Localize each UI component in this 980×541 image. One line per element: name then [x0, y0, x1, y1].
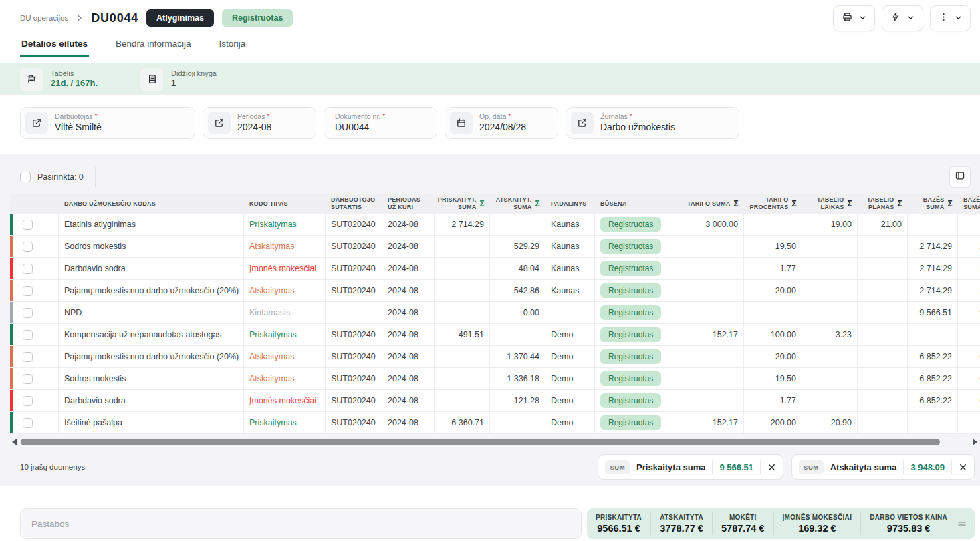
cell-bazes_suma: 2 714.29: [908, 280, 958, 301]
table-row[interactable]: NPDKintamasis2024-080.00Registruotas9 56…: [10, 302, 980, 324]
divider: [712, 460, 713, 474]
row-status-badge[interactable]: Registruotas: [600, 393, 661, 408]
cell-tab_planas: [858, 390, 908, 411]
totals-panel: PRISKAITYTA 9566.51 €ATSKAITYTA 3778.77 …: [587, 508, 975, 539]
sum-sigma-icon[interactable]: Σ: [848, 199, 852, 208]
row-status-badge[interactable]: Registruotas: [600, 327, 661, 342]
scrollbar-thumb[interactable]: [21, 439, 940, 445]
table-row[interactable]: Darbdavio sodraĮmonės mokesčiaiSUT020240…: [10, 390, 980, 412]
infobar-item-0[interactable]: Tabelis 21d. / 167h.: [20, 68, 98, 91]
scroll-left-arrow-icon[interactable]: [12, 439, 17, 445]
row-status-badge[interactable]: Registruotas: [600, 239, 661, 254]
field-0[interactable]: Darbuotojas * Viltė Smiltė: [20, 107, 195, 139]
column-header-busena[interactable]: BŪSENA: [595, 194, 675, 214]
cell-periodas: 2024-08: [382, 412, 435, 433]
row-checkbox[interactable]: [23, 242, 33, 252]
actions-button[interactable]: [882, 5, 923, 31]
more-button[interactable]: [930, 5, 971, 31]
sum-sigma-icon[interactable]: Σ: [734, 199, 739, 208]
row-checkbox[interactable]: [23, 418, 33, 428]
cell-periodas: 2024-08: [382, 258, 435, 279]
scrollbar-track[interactable]: [21, 439, 969, 445]
scroll-right-arrow-icon[interactable]: [973, 439, 977, 445]
column-settings-button[interactable]: [949, 166, 971, 188]
row-status-badge[interactable]: Registruotas: [600, 415, 661, 430]
table-row[interactable]: Pajamų mokestis nuo darbo užmokesčio (20…: [10, 280, 980, 302]
field-2[interactable]: Dokumento nr. * DU0044: [324, 107, 437, 139]
table-row[interactable]: Sodros mokestisAtskaitymasSUT0202402024-…: [10, 236, 980, 258]
field-1[interactable]: Periodas * 2024-08: [203, 107, 316, 139]
field-3[interactable]: Op. data * 2024/08/28: [445, 107, 558, 139]
tab-1[interactable]: Bendra informacija: [114, 33, 193, 57]
cell-tab_planas: [858, 346, 908, 367]
row-status-badge[interactable]: Registruotas: [600, 217, 661, 232]
external-link-icon: [208, 112, 231, 134]
row-checkbox[interactable]: [23, 264, 33, 274]
row-status-badge[interactable]: Registruotas: [600, 283, 661, 298]
notes-input[interactable]: [20, 508, 582, 539]
chip-value: 9 566.51: [719, 462, 753, 472]
row-checkbox[interactable]: [23, 352, 33, 362]
cell-atskaityta: [490, 412, 545, 433]
cell-bazes_suma: 9 566.51: [908, 302, 958, 323]
column-header-padalinys[interactable]: PADALINYS: [545, 194, 595, 214]
cell-atskaityta: 1 370.44: [490, 346, 545, 367]
row-status-badge[interactable]: Registruotas: [600, 349, 661, 364]
column-header-tab_laikas[interactable]: TABELIO LAIKASΣ: [802, 194, 858, 214]
sum-sigma-icon[interactable]: Σ: [480, 199, 485, 208]
cell-sutartis: SUT020240: [326, 346, 382, 367]
cell-tarifo_suma: [675, 368, 744, 389]
breadcrumb[interactable]: DU operacijos: [20, 14, 68, 22]
row-checkbox[interactable]: [23, 308, 33, 318]
tab-2[interactable]: Istorija: [218, 33, 247, 57]
column-header-tab_planas[interactable]: TABELIO PLANASΣ: [858, 194, 908, 214]
sum-sigma-icon[interactable]: Σ: [948, 199, 953, 208]
status-badge: Registruotas: [222, 9, 293, 27]
menu-icon[interactable]: [956, 519, 968, 528]
sum-sigma-icon[interactable]: Σ: [535, 199, 540, 208]
cell-busena: Registruotas: [595, 324, 675, 345]
row-status-badge[interactable]: Registruotas: [600, 261, 661, 276]
sum-sigma-icon[interactable]: Σ: [792, 199, 797, 208]
tab-0[interactable]: Detalios eilutės: [20, 33, 89, 57]
column-header-priskaityta[interactable]: PRISKAITYT. SUMAΣ: [435, 194, 490, 214]
column-header-tarifo_suma[interactable]: TARIFO SUMAΣ: [675, 194, 744, 214]
row-checkbox[interactable]: [23, 220, 33, 230]
table-row[interactable]: Sodros mokestisAtskaitymasSUT0202402024-…: [10, 368, 980, 390]
select-all-checkbox[interactable]: [20, 172, 31, 182]
field-4[interactable]: Žurnalas * Darbo užmokestis: [566, 107, 739, 139]
cell-busena: Registruotas: [595, 280, 675, 301]
row-checkbox[interactable]: [23, 396, 33, 406]
column-header-atskaityta[interactable]: ATSKAITYT. SUMAΣ: [490, 194, 545, 214]
column-header-bazes_bruto[interactable]: BAZĖS BRUTO SUMA: [958, 194, 980, 214]
row-status-badge[interactable]: Registruotas: [600, 371, 661, 386]
column-header-periodas[interactable]: PERIODAS UŽ KURĮ: [382, 194, 435, 214]
row-checkbox[interactable]: [23, 374, 33, 384]
close-icon[interactable]: [959, 463, 967, 472]
column-header-kodas[interactable]: DARBO UŽMOKESČIO KODAS: [59, 194, 244, 214]
table-row[interactable]: Išeitinė pašalpaPriskaitymasSUT020240202…: [10, 412, 980, 434]
print-button[interactable]: [833, 5, 875, 31]
column-header-tipas[interactable]: KODO TIPAS: [244, 194, 326, 214]
table-row[interactable]: Pajamų mokestis nuo darbo užmokesčio (20…: [10, 346, 980, 368]
sum-sigma-icon[interactable]: Σ: [898, 199, 902, 208]
infobar-item-1[interactable]: Didžioji knyga 1: [140, 68, 217, 91]
row-checkbox[interactable]: [23, 330, 33, 340]
cell-tab_laikas: [802, 346, 858, 367]
cell-tarifo_proc: 1.77: [744, 258, 802, 279]
column-header-bazes_suma[interactable]: BAZĖS SUMAΣ: [908, 194, 958, 214]
column-header-sutartis[interactable]: DARBUOTOJO SUTARTIS: [326, 194, 382, 214]
column-header-tarifo_proc[interactable]: TARIFO PROCENTASΣ: [744, 194, 802, 214]
cell-tarifo_suma: [675, 390, 744, 411]
cell-bazes_suma: 2 714.29: [908, 236, 958, 257]
table-row[interactable]: Darbdavio sodraĮmonės mokesčiaiSUT020240…: [10, 258, 980, 280]
row-status-badge[interactable]: Registruotas: [600, 305, 661, 320]
cell-tarifo_proc: 20.00: [744, 280, 802, 301]
cell-tab_laikas: [802, 280, 858, 301]
table-row[interactable]: Kompensacija už nepanaudotas atostogasPr…: [10, 324, 980, 346]
cell-priskaityta: [435, 390, 490, 411]
cell-priskaityta: [435, 368, 490, 389]
table-row[interactable]: Etatinis atlyginimasPriskaitymasSUT02024…: [10, 214, 980, 236]
row-checkbox[interactable]: [23, 286, 33, 296]
close-icon[interactable]: [767, 463, 776, 472]
